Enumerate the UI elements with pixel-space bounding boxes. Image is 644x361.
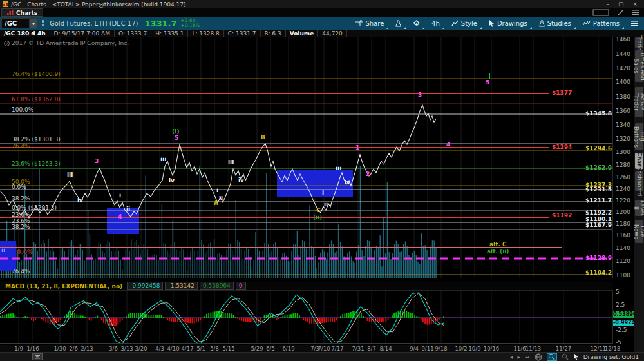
style-button[interactable]: Style bbox=[446, 17, 483, 30]
fib-level-label: 76.4% bbox=[12, 143, 30, 150]
macd-study-label[interactable]: MACD (13, 21, 8, EXPONENTIAL, no) bbox=[5, 283, 122, 289]
symbol-dropdown-icon[interactable]: ▼ bbox=[30, 18, 38, 28]
menu-icon[interactable] bbox=[632, 10, 639, 15]
time-axis-label: 5/8 bbox=[210, 346, 219, 352]
bar-range: R: 6.3 bbox=[261, 30, 286, 37]
price-chart-canvas[interactable] bbox=[0, 37, 613, 278]
time-axis-label: 10/2 bbox=[455, 346, 467, 352]
window-title: /GC - Charts - <TOTAL> Paper@thinkorswim… bbox=[11, 1, 186, 8]
elliott-wave-label: 3 bbox=[418, 92, 422, 98]
time-axis-label: 4/3 bbox=[155, 346, 164, 352]
macd-zero-chip: 0 bbox=[236, 282, 246, 290]
elliott-wave-label: (I) bbox=[172, 128, 180, 135]
tab-row: Charts bbox=[0, 8, 644, 17]
fib-level-label: 0.0% ($1201.3) bbox=[12, 204, 57, 211]
time-axis-label: 3/6 bbox=[109, 346, 118, 352]
close-button[interactable]: × bbox=[632, 0, 638, 8]
macd-axis-tick: 2.5 bbox=[616, 302, 625, 308]
elliott-wave-label: A bbox=[214, 200, 218, 206]
elliott-wave-label: i bbox=[216, 187, 218, 193]
fib-level-label: 100.0% bbox=[12, 106, 33, 113]
style-label: Style bbox=[461, 20, 477, 27]
onDemand-button[interactable] bbox=[390, 17, 407, 30]
elliott-wave-label: iv bbox=[345, 179, 350, 186]
toolbar-menu-button[interactable] bbox=[625, 17, 644, 30]
bar-date: D: 9/15/17 7:00 AM bbox=[50, 30, 115, 37]
globe-icon[interactable] bbox=[535, 353, 542, 361]
volume-value: 44,720 bbox=[318, 30, 347, 37]
price-axis-tick: 1420 bbox=[616, 65, 630, 72]
patterns-button[interactable]: Patterns bbox=[577, 17, 625, 30]
patterns-icon bbox=[583, 20, 591, 26]
chart-toolbar: /GC ▼ Gold Futures, ETH (DEC 17) 1331.7 … bbox=[0, 17, 644, 30]
time-axis-label: 11/13 bbox=[526, 346, 542, 352]
title-bar: /GC - Charts - <TOTAL> Paper@thinkorswim… bbox=[0, 0, 644, 8]
elliott-wave-label: 5 bbox=[175, 135, 178, 141]
drawings-button[interactable]: Drawings bbox=[483, 17, 533, 30]
scroll-right-icon[interactable]: ▸ bbox=[518, 354, 521, 360]
elliott-wave-label: C bbox=[316, 207, 321, 213]
time-axis-label: 11/27 bbox=[556, 346, 572, 352]
ohlc-info-row: /GC 180 d 4h D: 9/15/17 7:00 AM O: 1333.… bbox=[0, 30, 644, 37]
fib-level-label: 38.2% bbox=[12, 224, 30, 230]
elliott-wave-label: ii bbox=[324, 201, 328, 208]
patterns-label: Patterns bbox=[593, 20, 620, 27]
symbol-input[interactable]: /GC bbox=[1, 18, 30, 28]
expand-horizontal-icon[interactable]: ↔ bbox=[525, 354, 530, 360]
time-axis-label: 1/16 bbox=[26, 346, 39, 352]
panel-splitter-icon[interactable] bbox=[32, 353, 43, 360]
sidebar-tab-live-news[interactable]: Live News bbox=[635, 220, 643, 243]
fib-level-label: 23.6% ($1263.3) bbox=[12, 161, 61, 167]
sidebar-tab-big-buttons[interactable]: Big Buttons bbox=[635, 123, 643, 150]
tab-charts[interactable]: Charts bbox=[1, 8, 43, 17]
sidebar-tab-dashboard[interactable]: Dashboard bbox=[635, 171, 643, 191]
elliott-wave-label: iv bbox=[169, 177, 175, 184]
bar-close: C: 1331.7 bbox=[224, 30, 261, 37]
sidebar-tab-active-trader[interactable]: Active Trader bbox=[635, 87, 643, 117]
elliott-wave-label: iii bbox=[228, 159, 234, 166]
fib-level-label: 38.2% bbox=[12, 195, 30, 202]
time-axis-label: 5/1 bbox=[196, 346, 205, 352]
alt-wave-label: alt. (ii) bbox=[487, 248, 509, 255]
window-layout-icon[interactable] bbox=[592, 9, 609, 16]
time-axis-label: 6/19 bbox=[282, 346, 294, 352]
drawing-set-label[interactable]: Drawing set: Gold1 bbox=[583, 354, 639, 360]
elliott-wave-label: i bbox=[322, 190, 324, 196]
time-axis-label: 3/20 bbox=[135, 346, 147, 352]
studies-button[interactable]: Studies bbox=[533, 17, 577, 30]
time-axis-label: 1/9 bbox=[14, 346, 23, 352]
timeframe-button[interactable]: 4h bbox=[426, 17, 446, 30]
minimize-button[interactable]: – bbox=[606, 0, 609, 8]
price-axis-tick: 1440 bbox=[616, 51, 630, 57]
link-status-icon[interactable] bbox=[42, 20, 44, 26]
zoom-in-button[interactable] bbox=[547, 353, 557, 361]
pencil-icon[interactable] bbox=[617, 9, 624, 16]
zoom-out-icon[interactable] bbox=[562, 353, 569, 360]
scroll-left-icon[interactable]: ◂ bbox=[510, 354, 513, 360]
maximize-button[interactable]: ▢ bbox=[618, 0, 624, 8]
price-axis-tick: 1100 bbox=[616, 272, 630, 278]
time-axis-label: 8/14 bbox=[379, 346, 392, 352]
sidebar-tab-level-ii[interactable]: Level II bbox=[635, 200, 643, 216]
pointer-icon[interactable] bbox=[573, 353, 579, 361]
elliott-wave-label: iv bbox=[77, 197, 83, 204]
time-axis-label: 10/16 bbox=[484, 346, 500, 352]
share-button[interactable]: Share bbox=[349, 17, 390, 30]
time-axis-label: 9/4 bbox=[410, 346, 419, 352]
sidebar-tab-trade[interactable]: Trade bbox=[635, 37, 643, 48]
macd-chart-canvas[interactable] bbox=[0, 290, 613, 344]
price-level-badge: $1128.9 bbox=[585, 255, 612, 261]
price-axis-tick: 1140 bbox=[616, 245, 630, 251]
elliott-wave-label: 5 bbox=[486, 79, 489, 86]
time-axis-label: 5/29 bbox=[251, 346, 263, 352]
price-axis-tick: 1460 bbox=[616, 36, 630, 43]
settings-button[interactable]: ⚙ bbox=[407, 17, 426, 30]
change-percent: +0.18% bbox=[181, 23, 200, 28]
alt-wave-label: alt. C bbox=[489, 241, 507, 248]
fib-level-label: 38.2% ($1301.3) bbox=[12, 136, 61, 142]
time-axis-label: 7/31 bbox=[352, 346, 364, 352]
copyright-notice: i2017 © TD Ameritrade IP Company, Inc. bbox=[4, 40, 129, 46]
sidebar-tab-times-and-sales[interactable]: Times And Sales bbox=[635, 50, 643, 82]
price-axis-tick: 1200 bbox=[616, 209, 630, 215]
price-axis-tick: 1260 bbox=[616, 174, 630, 180]
